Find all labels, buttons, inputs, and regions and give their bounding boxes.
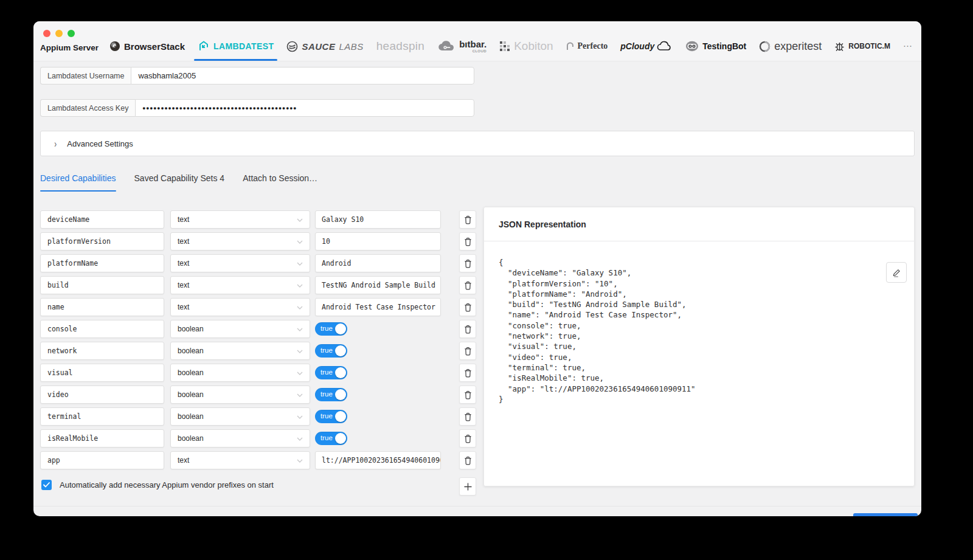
delete-capability-button[interactable] xyxy=(459,342,476,360)
username-input[interactable]: wasbhamla2005 xyxy=(131,67,474,85)
boolean-toggle[interactable]: true xyxy=(315,388,347,401)
delete-capability-button[interactable] xyxy=(459,276,476,294)
tab-kobiton[interactable]: Kobiton xyxy=(499,40,553,53)
capability-type-select[interactable]: text xyxy=(170,232,310,251)
delete-capability-button[interactable] xyxy=(459,451,476,469)
capability-name-input[interactable]: platformName xyxy=(40,254,164,272)
start-session-button-edge[interactable] xyxy=(853,513,918,516)
capability-name-input[interactable]: name xyxy=(40,298,164,316)
capability-row: video boolean true true xyxy=(40,385,478,404)
boolean-toggle[interactable]: true xyxy=(315,322,347,336)
toggle-knob xyxy=(335,433,346,444)
tab-experitest[interactable]: experitest xyxy=(759,40,822,53)
tab-bitbar[interactable]: bıtbar. CLOUD xyxy=(437,40,486,53)
capability-type-select[interactable]: text xyxy=(170,254,310,272)
boolean-toggle[interactable]: true xyxy=(315,410,347,423)
capability-type-select[interactable]: boolean xyxy=(170,429,310,448)
tab-saucelabs[interactable]: SAUCELABS xyxy=(286,41,363,52)
capability-type-value: text xyxy=(178,303,189,311)
capability-name-input[interactable]: deviceName xyxy=(40,210,164,229)
tab-robotic[interactable]: ROBOTIC.M xyxy=(834,41,890,52)
tab-browserstack[interactable]: BrowserStack xyxy=(109,41,185,52)
capability-value-input[interactable]: Android Test Case Inspector xyxy=(315,298,441,316)
chevron-down-icon xyxy=(297,390,303,399)
toggle-knob xyxy=(335,411,346,422)
delete-capability-button[interactable] xyxy=(459,385,476,404)
vendor-tab-bar: Appium Server BrowserStack LAMBDATEST xyxy=(33,21,921,61)
capability-type-select[interactable]: text xyxy=(170,451,310,469)
perfecto-label: Perfecto xyxy=(578,41,608,51)
capability-name-input[interactable]: terminal xyxy=(40,407,164,426)
delete-capability-button[interactable] xyxy=(459,320,476,338)
minimize-window-button[interactable] xyxy=(55,30,63,37)
capability-name-input[interactable]: platformVersion xyxy=(40,232,164,251)
boolean-toggle[interactable]: true xyxy=(315,432,347,445)
capability-type-select[interactable]: boolean xyxy=(170,320,310,338)
boolean-toggle[interactable]: true xyxy=(315,366,347,379)
capability-type-value: boolean xyxy=(178,434,204,443)
trash-icon xyxy=(464,434,472,443)
capability-name-input[interactable]: build xyxy=(40,276,164,294)
capability-name-input[interactable]: isRealMobile xyxy=(40,429,164,448)
chevron-right-icon: › xyxy=(54,138,57,150)
toggle-label: true xyxy=(320,434,333,441)
tab-perfecto[interactable]: Perfecto xyxy=(566,41,608,51)
tab-headspin[interactable]: headspin xyxy=(376,40,425,53)
toggle-label: true xyxy=(320,412,333,420)
close-window-button[interactable] xyxy=(43,30,50,37)
advanced-settings-expander[interactable]: › Advanced Settings xyxy=(40,131,915,156)
delete-capability-button[interactable] xyxy=(459,429,476,448)
capability-type-select[interactable]: text xyxy=(170,276,310,294)
tab-attach-to-session[interactable]: Attach to Session… xyxy=(243,173,317,189)
tab-lambdatest[interactable]: LAMBDATEST xyxy=(198,40,274,52)
capability-type-select[interactable]: boolean xyxy=(170,407,310,426)
capability-row: network boolean true true xyxy=(40,342,478,360)
delete-capability-button[interactable] xyxy=(459,407,476,426)
vendor-prefix-checkbox[interactable] xyxy=(41,480,52,490)
add-capability-button[interactable] xyxy=(459,477,476,496)
tab-desired-capabilities[interactable]: Desired Capabilities xyxy=(40,173,116,189)
capability-value-input[interactable]: Galaxy S10 xyxy=(315,210,441,229)
capability-type-select[interactable]: boolean xyxy=(170,385,310,404)
capability-name-input[interactable]: console xyxy=(40,320,164,338)
capability-row: name text Android Test Case Inspector An… xyxy=(40,298,478,316)
toggle-knob xyxy=(335,345,346,356)
capability-type-select[interactable]: boolean xyxy=(170,342,310,360)
trash-icon xyxy=(464,368,472,378)
capability-type-select[interactable]: boolean xyxy=(170,364,310,382)
accesskey-input[interactable]: ••••••••••••••••••••••••••••••••••••••••… xyxy=(135,99,474,117)
trash-icon xyxy=(464,237,472,246)
toggle-label: true xyxy=(320,390,333,398)
capability-name-input[interactable]: network xyxy=(40,342,164,360)
capability-value-input[interactable]: Android xyxy=(315,254,441,272)
zoom-window-button[interactable] xyxy=(68,30,75,37)
kobiton-icon xyxy=(499,41,510,52)
capability-type-select[interactable]: text xyxy=(170,298,310,316)
appium-window: Appium Server BrowserStack LAMBDATEST xyxy=(33,21,921,516)
capability-name-input[interactable]: app xyxy=(40,451,164,469)
delete-capability-button[interactable] xyxy=(459,210,476,229)
capability-tabs: Desired Capabilities Saved Capability Se… xyxy=(40,173,317,189)
delete-capability-button[interactable] xyxy=(459,364,476,382)
delete-capability-button[interactable] xyxy=(459,232,476,251)
edit-json-button[interactable] xyxy=(886,262,907,283)
boolean-toggle[interactable]: true xyxy=(315,344,347,358)
delete-capability-button[interactable] xyxy=(459,254,476,272)
trash-icon xyxy=(464,303,472,312)
tab-testingbot[interactable]: TestingBot xyxy=(685,41,746,52)
tab-saved-capability-sets[interactable]: Saved Capability Sets 4 xyxy=(134,173,225,189)
macos-traffic-lights[interactable] xyxy=(43,30,75,37)
tab-pcloudy[interactable]: pCloudy xyxy=(620,41,673,52)
capability-name-input[interactable]: visual xyxy=(40,364,164,382)
capability-value-input[interactable]: 10 xyxy=(315,232,441,251)
capability-value-input[interactable]: TestNG Android Sample Build xyxy=(315,276,441,294)
capability-type-value: text xyxy=(178,259,189,268)
capability-value-input[interactable]: lt://APP100202361654940601090911 xyxy=(315,451,441,469)
trash-icon xyxy=(464,281,472,290)
capability-name-input[interactable]: video xyxy=(40,385,164,404)
vendor-overflow-menu[interactable]: ⋯ xyxy=(903,41,913,52)
capability-type-select[interactable]: text xyxy=(170,210,310,229)
vendor-prefix-option: Automatically add necessary Appium vendo… xyxy=(41,480,274,490)
chevron-down-icon xyxy=(297,303,303,311)
delete-capability-button[interactable] xyxy=(459,298,476,316)
